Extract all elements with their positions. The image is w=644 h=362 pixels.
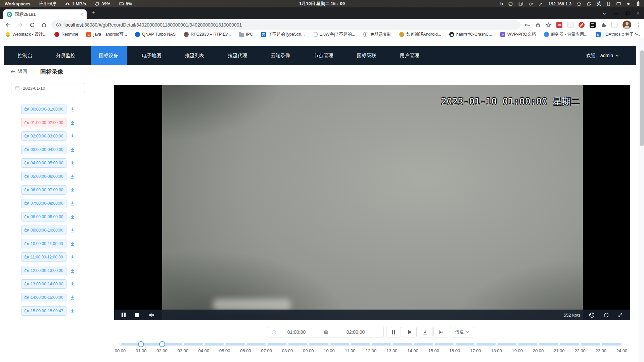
browser-home-icon[interactable] (41, 22, 47, 28)
nav-menu-item[interactable]: 拉流代理 (220, 46, 256, 65)
segment-download-button[interactable] (70, 241, 75, 246)
segment-pill[interactable]: 15:00:00-15:09:47 (21, 306, 66, 316)
replay-icon[interactable] (603, 312, 609, 318)
bookmark-item[interactable]: RFC2833 – RTP Ev... (184, 32, 231, 37)
bookmark-item[interactable]: 知 了不起的TypeScri... (261, 32, 305, 37)
segment-download-button[interactable] (70, 201, 75, 206)
battery-tray-icon[interactable] (636, 1, 640, 6)
segment-pill[interactable]: 06:00:00-07:00:00 (21, 185, 66, 195)
segment-pill[interactable]: 10:00:00-11:00:00 (21, 239, 66, 248)
segment-pill[interactable]: 13:00:00-14:00:00 (21, 279, 66, 289)
display-tray-icon[interactable] (616, 1, 621, 6)
date-picker[interactable]: 2023-01-10 (11, 83, 85, 93)
url-bar[interactable]: localhost:38080/#/gbRecordDetail/3402000… (51, 20, 521, 30)
end-time-input[interactable]: 02:00:00 (337, 329, 374, 335)
tab-search-chevron-icon[interactable] (602, 12, 606, 15)
new-tab-button[interactable]: + (91, 9, 95, 16)
color-picker-tray-icon[interactable] (538, 1, 543, 6)
workspaces-button[interactable]: Workspaces (5, 1, 30, 6)
bookmark-item[interactable]: 免登录复制 (363, 32, 392, 37)
bookmark-item[interactable]: QNAP Turbo NAS (135, 32, 176, 37)
nav-menu-item[interactable]: 分屏监控 (48, 46, 84, 65)
timeline-handle[interactable] (138, 341, 144, 347)
password-key-icon[interactable] (524, 22, 530, 28)
site-info-icon[interactable] (56, 23, 61, 28)
segment-download-button[interactable] (70, 120, 75, 125)
network-speed-indicator[interactable]: 1 MB/s (65, 1, 86, 6)
memory-indicator[interactable]: 8% (119, 1, 132, 6)
notes-extension-icon[interactable] (611, 22, 617, 28)
segment-pill[interactable]: 04:00:00-05:00:00 (21, 158, 66, 168)
segment-download-button[interactable] (70, 254, 75, 260)
welcome-admin-menu[interactable]: 欢迎，admin (586, 46, 619, 65)
back-icon[interactable] (5, 22, 11, 28)
segment-pill[interactable]: 02:00:00-03:00:00 (21, 131, 66, 141)
nav-menu-item[interactable]: 推流列表 (177, 46, 213, 65)
video-player[interactable]: 2023-01-10 01:00:00 星期二 552 kb/s (114, 85, 630, 320)
segment-pill[interactable]: 08:00:00-09:00:00 (21, 212, 66, 222)
home-tray-icon[interactable] (577, 1, 582, 6)
nav-menu-item[interactable]: 用户管理 (392, 46, 428, 65)
download-record-button[interactable] (418, 327, 432, 337)
segment-pill[interactable]: 05:00:00-06:00:00 (21, 172, 66, 181)
bookmark-item[interactable]: Redmine (54, 32, 78, 37)
segment-download-button[interactable] (70, 268, 75, 273)
bookmark-item[interactable]: C java、android可... (86, 32, 127, 37)
segment-download-button[interactable] (70, 107, 75, 112)
bookmark-item[interactable]: Ψ WVP-PRO文档 (500, 32, 536, 37)
segment-download-button[interactable] (70, 187, 75, 193)
applications-button[interactable]: 应用程序 (39, 1, 56, 7)
nav-menu-item[interactable]: 国标设备 (91, 46, 127, 65)
workspace-switcher-icon[interactable] (587, 1, 592, 6)
play-button[interactable] (402, 327, 417, 337)
volume-muted-icon[interactable] (149, 313, 155, 318)
segment-pill[interactable]: 03:00:00-04:00:00 (21, 145, 66, 154)
bookmark-item[interactable]: 服务器 - 轻量应用... (544, 32, 588, 37)
bookmark-item[interactable]: IPC (239, 32, 253, 37)
pause-button[interactable] (386, 327, 401, 337)
page-scrollbar[interactable] (639, 38, 644, 362)
segment-pill[interactable]: 09:00:00-10:00:00 (21, 226, 66, 235)
caffeine-tray-icon[interactable] (528, 1, 533, 6)
segment-download-button[interactable] (70, 160, 75, 166)
segment-download-button[interactable] (70, 133, 75, 139)
blocker-extension-icon[interactable] (579, 22, 585, 28)
time-range-picker[interactable]: 01:00:00 至 02:00:00 (267, 327, 384, 337)
segment-download-button[interactable] (70, 174, 75, 179)
bookmarks-overflow-chevron[interactable]: » (636, 32, 638, 37)
segment-pill[interactable]: 00:00:00-01:00:00 (21, 105, 66, 114)
segment-pill[interactable]: 11:00:00-12:00:00 (21, 252, 66, 262)
segment-pill[interactable]: 01:00:00-02:00:00 (21, 118, 66, 127)
segment-download-button[interactable] (70, 228, 75, 233)
timeline-track[interactable] (120, 343, 622, 346)
ip-address-label[interactable]: 192.168.1.3 (548, 1, 571, 6)
nav-menu-item[interactable]: 云端录像 (263, 46, 299, 65)
bing-tray-icon[interactable]: b (500, 1, 503, 6)
volume-tray-icon[interactable] (626, 1, 631, 6)
forward-icon[interactable] (17, 22, 23, 28)
segment-pill[interactable]: 12:00:00-13:00:00 (21, 266, 66, 275)
timeline-handle[interactable] (159, 341, 165, 347)
profile-avatar[interactable] (623, 21, 631, 29)
player-stop-button[interactable] (135, 313, 139, 317)
cpu-indicator[interactable]: 39% (95, 1, 110, 6)
nav-menu-item[interactable]: 国标级联 (349, 46, 385, 65)
window-maximize-button[interactable] (626, 12, 629, 15)
screenshot-app-icon[interactable] (508, 1, 513, 6)
player-pause-button[interactable] (122, 313, 126, 317)
input-method-indicator[interactable]: 英 (597, 1, 601, 7)
segment-pill[interactable]: 14:00:00-15:00:00 (21, 293, 66, 302)
start-time-input[interactable]: 01:00:00 (278, 329, 315, 335)
segment-download-button[interactable] (70, 308, 75, 314)
window-minimize-button[interactable]: — (614, 11, 618, 16)
js-extension-icon[interactable]: JS (556, 22, 562, 28)
bookmark-item[interactable]: Webstack - 设计... (5, 32, 46, 37)
snapshot-aperture-icon[interactable] (589, 312, 595, 318)
segment-download-button[interactable] (70, 214, 75, 219)
bookmark-item[interactable]: 1.8W字|了不起的... (313, 32, 355, 37)
nav-menu-item[interactable]: 控制台 (9, 46, 41, 65)
seek-back-button[interactable] (433, 327, 448, 337)
clipboard-tray-icon[interactable] (518, 1, 523, 6)
playback-speed-select[interactable]: 倍速 (450, 327, 474, 337)
browser-tab[interactable]: 国标28181 × (3, 9, 87, 19)
